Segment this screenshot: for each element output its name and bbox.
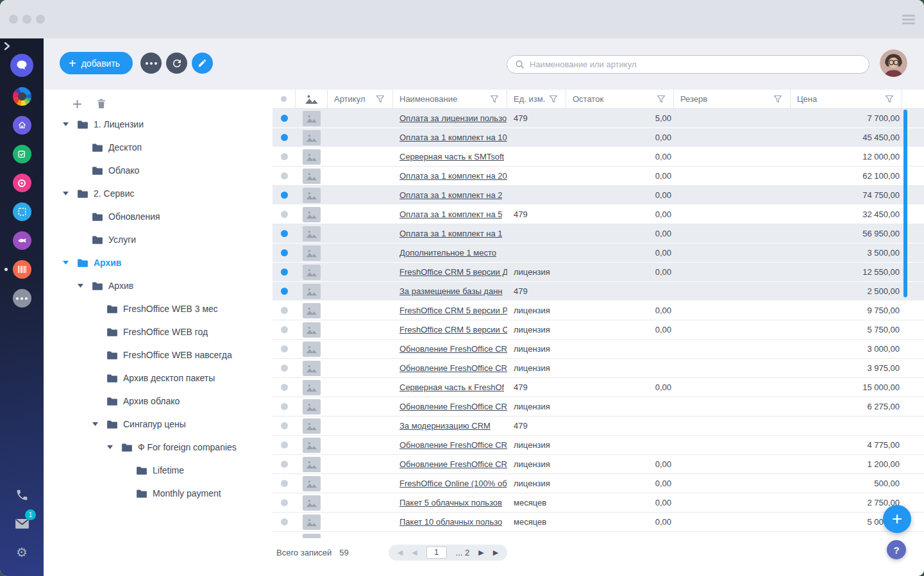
product-name-link[interactable]: FreshOffice CRM 5 версии Р xyxy=(399,306,507,315)
caret-down-icon[interactable] xyxy=(78,215,92,218)
tasks-app-icon[interactable] xyxy=(13,145,31,163)
filter-funnel-icon[interactable] xyxy=(885,95,894,103)
caret-down-icon[interactable] xyxy=(92,307,106,311)
product-name-link[interactable]: FreshOffice CRM 5 версии Д xyxy=(399,267,507,277)
selection-app-icon[interactable] xyxy=(13,202,31,221)
table-row[interactable]: FreshOffice CRM 5 версии Д лицензия 0,00… xyxy=(273,263,924,282)
filter-funnel-icon[interactable] xyxy=(376,95,385,103)
product-name-link[interactable]: Оплата за лицензии пользо xyxy=(399,113,507,123)
table-row[interactable]: FreshOffice Online (100% об лицензия 0,0… xyxy=(273,474,924,493)
filter-funnel-icon[interactable] xyxy=(773,95,782,103)
fab-add-button[interactable]: + xyxy=(883,505,911,533)
delete-folder-icon[interactable] xyxy=(97,99,106,109)
fish-app-icon[interactable] xyxy=(13,231,31,250)
tree-item[interactable]: Обновления xyxy=(44,205,273,228)
tree-item[interactable]: 2. Сервис xyxy=(44,182,273,205)
tree-item[interactable]: Услуги xyxy=(44,228,273,251)
menu-icon[interactable] xyxy=(902,15,915,24)
search-input[interactable] xyxy=(530,60,861,69)
table-row[interactable]: Оплата за 1 комплект на 2 0,00 74 750,00 xyxy=(273,186,924,205)
product-name-link[interactable]: Обновление FreshOffice CR xyxy=(399,363,507,373)
tree-item[interactable]: Ф For foreign companies xyxy=(44,436,273,459)
edit-pencil-button[interactable] xyxy=(192,53,213,74)
tree-item[interactable]: Lifetime xyxy=(44,459,273,482)
caret-down-icon[interactable] xyxy=(122,468,136,472)
refresh-button[interactable] xyxy=(166,53,187,74)
column-header[interactable]: Цена xyxy=(791,90,902,109)
product-name-link[interactable]: Обновление FreshOffice CR xyxy=(399,459,507,469)
more-apps-icon[interactable] xyxy=(13,289,31,308)
table-row[interactable]: Серверная часть к FreshOf 479 0,00 15 00… xyxy=(273,378,924,397)
table-row[interactable]: Обновление FreshOffice CR лицензия 3 975… xyxy=(273,359,924,378)
table-row[interactable]: Обновление FreshOffice CR лицензия 0,00 … xyxy=(273,455,924,474)
tree-item[interactable]: FreshOffice WEB 3 мес xyxy=(44,297,273,320)
window-dot[interactable] xyxy=(36,15,45,24)
user-avatar[interactable] xyxy=(880,49,907,77)
vertical-scrollbar[interactable] xyxy=(903,110,907,297)
tree-item[interactable]: Облако xyxy=(44,159,273,182)
caret-down-icon[interactable] xyxy=(78,145,92,149)
product-name-link[interactable]: Дополнительное 1 место xyxy=(399,248,496,258)
caret-down-icon[interactable] xyxy=(63,261,77,265)
filter-funnel-icon[interactable] xyxy=(490,95,499,103)
product-name-link[interactable]: Оплата за 1 комплект на 5 xyxy=(399,210,502,219)
help-button[interactable]: ? xyxy=(887,540,906,559)
tree-item[interactable]: Десктоп xyxy=(44,136,273,159)
table-row[interactable]: Обновление FreshOffice CR лицензия 6 275… xyxy=(273,397,924,416)
tree-item[interactable]: FreshOffice WEB навсегда xyxy=(44,343,273,366)
caret-down-icon[interactable] xyxy=(78,238,92,242)
table-row[interactable]: За размещение базы данн 479 2 500,00 xyxy=(273,282,924,301)
more-pages-link[interactable]: ... 2 xyxy=(456,548,470,557)
table-row[interactable]: За модернизацию CRM 479 xyxy=(273,416,924,436)
filter-funnel-icon[interactable] xyxy=(549,95,558,103)
caret-down-icon[interactable] xyxy=(92,330,106,334)
window-dot[interactable] xyxy=(22,15,31,24)
caret-down-icon[interactable] xyxy=(107,445,121,449)
product-name-link[interactable]: Оплата за 1 комплект на 2 xyxy=(399,190,502,200)
add-folder-icon[interactable] xyxy=(72,99,82,109)
caret-down-icon[interactable] xyxy=(122,491,136,495)
table-row[interactable]: FreshOffice CRM 5 версии Р лицензия 0,00… xyxy=(273,301,924,320)
tree-item[interactable]: Архив облако xyxy=(44,390,273,413)
caret-down-icon[interactable] xyxy=(92,376,106,380)
tree-item[interactable]: Архив xyxy=(44,251,273,274)
window-dot[interactable] xyxy=(9,15,18,24)
product-name-link[interactable]: FreshOffice Online (100% об xyxy=(399,479,507,488)
column-header[interactable]: Резерв xyxy=(674,90,791,109)
table-row[interactable]: Оплата за 1 комплект на 1 0,00 56 950,00 xyxy=(273,224,924,243)
mail-icon[interactable]: 1 xyxy=(13,515,30,532)
product-name-link[interactable]: Обновление FreshOffice CR xyxy=(399,402,507,411)
next-page-icon[interactable]: ▶ xyxy=(478,549,483,556)
barcode-app-icon[interactable] xyxy=(13,260,31,279)
product-name-link[interactable]: За размещение базы данн xyxy=(399,286,503,296)
prev-page-icon[interactable]: ◀ xyxy=(412,549,417,556)
table-row[interactable]: Обновление FreshOffice CR лицензия 3 000… xyxy=(273,340,924,359)
table-row[interactable]: Оплата за 1 комплект на 20 0,00 62 100,0… xyxy=(273,167,924,186)
product-name-link[interactable]: Оплата за 1 комплект на 20 xyxy=(399,171,507,181)
column-header[interactable]: Остаток xyxy=(566,90,674,109)
caret-down-icon[interactable] xyxy=(78,284,92,288)
last-page-icon[interactable]: ▶ xyxy=(493,549,498,556)
home-app-icon[interactable] xyxy=(13,116,31,135)
caret-down-icon[interactable] xyxy=(92,422,106,426)
tree-item[interactable]: Архив xyxy=(44,274,273,297)
product-name-link[interactable]: FreshOffice CRM 5 версии С xyxy=(399,325,507,334)
tree-item[interactable]: FreshOffice WEB год xyxy=(44,320,273,343)
product-name-link[interactable]: Обновление FreshOffice CR xyxy=(399,344,507,354)
table-row[interactable]: Оплата за 1 комплект на 5 479 0,00 32 45… xyxy=(273,205,924,224)
column-header[interactable]: Ед. изм. xyxy=(507,90,566,109)
first-page-icon[interactable]: ◀ xyxy=(398,549,403,556)
product-name-link[interactable]: Пакет 5 облачных пользов xyxy=(399,498,502,507)
product-name-link[interactable]: Пакет 10 облачных пользо xyxy=(399,517,502,527)
table-row[interactable]: Оплата за 1 комплект на 10 0,00 45 450,0… xyxy=(273,128,924,147)
column-header[interactable]: Наименование xyxy=(393,90,507,109)
add-button[interactable]: + добавить xyxy=(60,52,133,74)
caret-down-icon[interactable] xyxy=(78,169,92,172)
table-row[interactable]: Обновление FreshOffice CR лицензия 4 775… xyxy=(273,436,924,455)
filter-funnel-icon[interactable] xyxy=(657,95,666,103)
product-name-link[interactable]: Серверная часть к FreshOf xyxy=(399,383,504,392)
target-app-icon[interactable] xyxy=(13,174,31,192)
caret-down-icon[interactable] xyxy=(92,399,106,403)
table-row[interactable]: FreshOffice CRM 5 версии С лицензия 0,00… xyxy=(273,320,924,340)
table-row[interactable]: Пакет 5 облачных пользов месяцев 0,00 2 … xyxy=(273,493,924,513)
